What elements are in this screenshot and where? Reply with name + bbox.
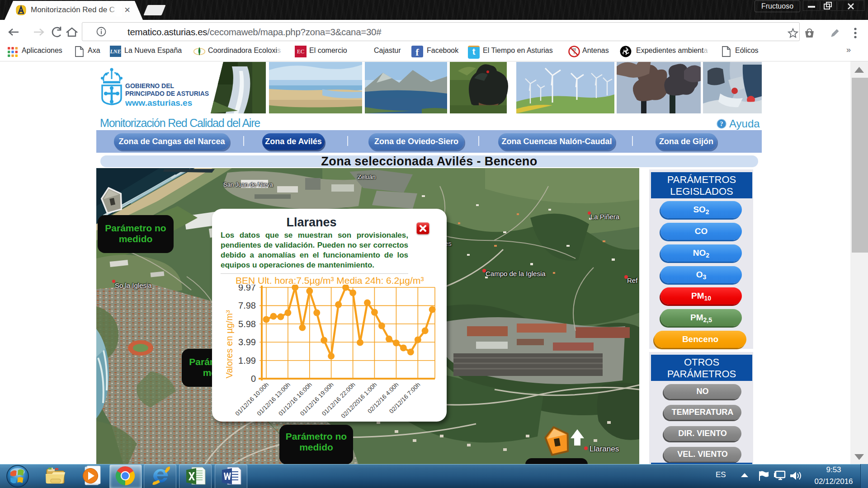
svg-text:7.98: 7.98 <box>238 300 256 310</box>
svg-text:PRINCIPADO DE ASTURIAS: PRINCIPADO DE ASTURIAS <box>125 90 209 97</box>
svg-text:GOBIERNO DEL: GOBIERNO DEL <box>125 82 175 89</box>
svg-text:?: ? <box>720 120 723 127</box>
svg-text:1.99: 1.99 <box>238 356 256 366</box>
svg-text:www.asturias.es: www.asturias.es <box>125 98 192 108</box>
svg-text:9.97: 9.97 <box>238 285 256 292</box>
svg-text:5.98: 5.98 <box>238 319 256 329</box>
svg-text:0: 0 <box>251 374 256 384</box>
svg-text:Valores en µg/m³: Valores en µg/m³ <box>226 310 234 379</box>
svg-text:3.99: 3.99 <box>238 337 256 347</box>
